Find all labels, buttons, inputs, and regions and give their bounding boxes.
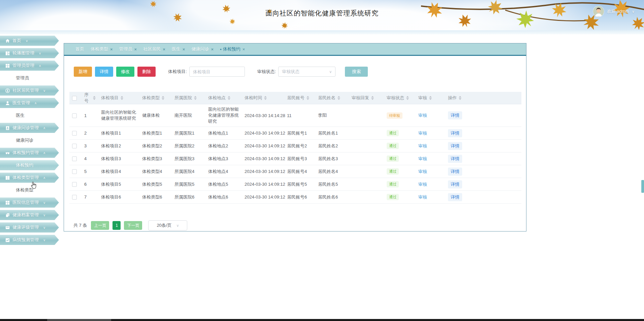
sidebar-item-home[interactable]: 首页 [0,36,59,46]
col-audit[interactable]: 审核 [416,92,445,104]
edit-button[interactable]: 修改 [116,67,134,77]
row-checkbox-cell[interactable] [69,191,82,204]
close-icon[interactable] [163,47,165,52]
col-hospital[interactable]: 所属医院 [172,92,205,104]
sort-icon[interactable] [459,96,461,100]
audit-link[interactable]: 审核 [418,143,427,148]
row-checkbox-cell[interactable] [69,127,82,140]
delete-button[interactable]: 删除 [137,67,156,77]
tab-resident[interactable]: 社区居民 [143,46,165,52]
sort-icon[interactable] [406,96,409,100]
close-icon[interactable] [110,47,113,52]
sidebar-item-hospital-info-mgmt[interactable]: 医院信息管理 [0,198,59,208]
row-checkbox[interactable] [72,113,77,118]
col-place[interactable]: 体检地点 [205,92,242,104]
sidebar-item-health-archive-mgmt[interactable]: 健康档案管理 [0,210,59,220]
detail-link[interactable]: 详情 [448,193,462,201]
avatar[interactable] [593,6,604,17]
sidebar-item-doctor-mgmt[interactable]: 医生管理 [0,98,59,108]
sidebar-item-checkup-appointment-mgmt[interactable]: 体检预约管理 [0,148,59,158]
select-all-checkbox-cell[interactable] [69,92,82,104]
sort-icon[interactable] [371,96,374,100]
row-checkbox[interactable] [72,144,77,148]
row-checkbox-cell[interactable] [69,152,82,165]
col-reply[interactable]: 审核回复 [349,92,384,104]
tab-doctor[interactable]: 医生 [172,46,185,52]
sidebar-item-disease-predict-mgmt[interactable]: 病情预测管理 [0,235,59,245]
sidebar-item-carousel-mgmt[interactable]: 轮播图管理 [0,48,59,58]
scrollbar-thumb[interactable] [641,180,644,193]
sidebar-item-checkup-type-mgmt[interactable]: 体检类型管理 [0,173,59,183]
sort-icon[interactable] [337,96,340,100]
tab-home[interactable]: 首页 [75,46,84,52]
row-checkbox-cell[interactable] [69,140,82,152]
audit-link[interactable]: 审核 [418,194,427,200]
close-icon[interactable] [134,47,137,52]
tab-admin[interactable]: 管理员 [119,46,137,52]
sidebar-subitem-admin[interactable]: 管理员 [0,73,59,83]
cell-reply [349,127,384,140]
col-project[interactable]: 体检项目 [98,92,139,104]
prev-page-button[interactable]: 上一页 [91,221,109,230]
sort-icon[interactable] [93,96,96,100]
chevron-down-icon[interactable] [632,9,635,14]
tab-checkup-type[interactable]: 体检类型 [91,46,113,52]
col-status[interactable]: 审核状态 [384,92,416,104]
detail-link[interactable]: 详情 [448,180,462,188]
col-action[interactable]: 操作 [445,92,521,104]
audit-link[interactable]: 审核 [418,169,427,174]
tab-checkup-appointment[interactable]: 体检预约 [220,46,245,52]
detail-link[interactable]: 详情 [448,155,462,163]
tab-consult[interactable]: 健康问诊 [191,46,214,52]
audit-link[interactable]: 审核 [418,182,427,187]
status-select[interactable]: 审核状态 [278,67,335,77]
search-button[interactable]: 搜索 [345,67,368,77]
sort-icon[interactable] [429,96,432,100]
row-checkbox[interactable] [72,195,77,200]
col-account[interactable]: 居民账号 [284,92,315,104]
sidebar-subitem-consult[interactable]: 健康问诊 [0,135,59,145]
close-icon[interactable] [211,47,214,52]
cell-type: 体检类型6 [139,191,172,204]
project-input[interactable] [189,67,245,77]
sort-icon[interactable] [121,96,123,100]
add-button[interactable]: 新增 [74,67,92,77]
audit-link[interactable]: 审核 [418,156,427,161]
row-checkbox[interactable] [72,169,77,174]
select-all-checkbox[interactable] [72,96,77,101]
sidebar-item-consult-mgmt[interactable]: 健康问诊管理 [0,123,59,133]
sidebar-item-admin-mgmt[interactable]: 管理员管理 [0,61,59,71]
detail-link[interactable]: 详情 [448,142,462,150]
page-number-active[interactable]: 1 [112,221,121,230]
col-name[interactable]: 居民姓名 [315,92,349,104]
sidebar-subitem-checkup-appointment[interactable]: 体检预约 [0,160,59,170]
row-checkbox[interactable] [72,156,77,161]
detail-button[interactable]: 详情 [95,67,113,77]
sort-icon[interactable] [228,96,230,100]
page-size-select[interactable]: 20条/页 [148,220,187,230]
sort-icon[interactable] [162,96,164,100]
row-checkbox-cell[interactable] [69,104,82,127]
col-serial[interactable]: 序号 [82,92,98,104]
col-type[interactable]: 体检类型 [139,92,172,104]
row-checkbox-cell[interactable] [69,165,82,178]
sidebar-subitem-doctor[interactable]: 医生 [0,110,59,120]
detail-link[interactable]: 详情 [448,168,462,176]
next-page-button[interactable]: 下一页 [124,221,142,230]
row-checkbox[interactable] [72,131,77,136]
audit-link[interactable]: 审核 [418,131,427,136]
row-checkbox[interactable] [72,182,77,187]
sidebar-item-health-rating-mgmt[interactable]: 健康评级管理 [0,222,59,233]
row-checkbox-cell[interactable] [69,178,82,191]
col-time[interactable]: 体检时间 [242,92,284,104]
user-menu[interactable]: 欢迎 admin [593,6,635,17]
sidebar-item-resident-mgmt[interactable]: 社区居民管理 [0,85,59,96]
sort-icon[interactable] [194,96,197,100]
detail-link[interactable]: 详情 [448,111,462,119]
close-icon[interactable] [183,47,185,52]
detail-link[interactable]: 详情 [448,129,462,137]
sort-icon[interactable] [264,96,267,100]
sort-icon[interactable] [307,96,309,100]
close-icon[interactable] [243,47,245,52]
audit-link[interactable]: 审核 [418,113,427,118]
